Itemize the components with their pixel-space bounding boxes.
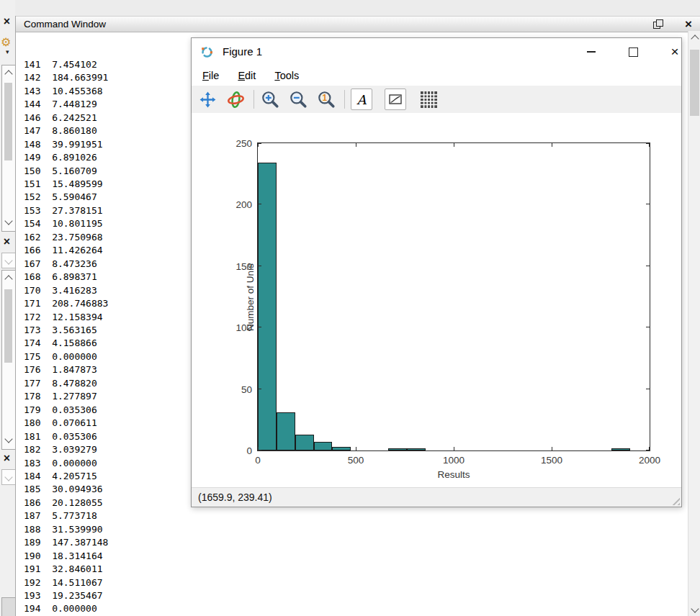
dock-scrollbar	[1, 65, 15, 232]
text-a-icon: A	[357, 92, 367, 107]
y-tick	[646, 327, 650, 327]
figure-statusbar: (1659.9, 239.41)	[192, 487, 681, 507]
figure-window: Figure 1 × FileEditTools	[191, 37, 682, 507]
histogram-bar	[388, 448, 407, 450]
chevron-down-icon	[4, 256, 12, 264]
scrollbar-thumb[interactable]	[4, 289, 12, 363]
command-window-titlebar[interactable]: Command Window ×	[16, 16, 700, 32]
caret-down-icon[interactable]: ▾	[6, 49, 9, 55]
histogram-bar	[314, 442, 333, 450]
dropdown-edge[interactable]	[1, 253, 15, 268]
histogram-bar	[258, 163, 277, 450]
scrollbar-thumb[interactable]	[690, 50, 699, 116]
gear-icon[interactable]: ⚙	[1, 36, 11, 49]
toolbar-separator	[344, 90, 345, 109]
x-tick-label: 500	[348, 455, 364, 466]
close-icon[interactable]: ×	[685, 18, 692, 31]
close-icon[interactable]: ×	[0, 234, 14, 250]
close-icon[interactable]: ×	[0, 450, 14, 466]
insert-text-button[interactable]: A	[351, 89, 372, 110]
toolbar-separator	[253, 90, 254, 109]
pan-tool-button[interactable]	[197, 89, 217, 109]
zoom-in-button[interactable]	[260, 89, 280, 109]
axes-icon	[389, 94, 402, 104]
scroll-up-icon[interactable]	[4, 275, 12, 283]
x-tick-label: 1500	[541, 455, 562, 466]
x-tick	[356, 447, 356, 450]
y-tick	[258, 143, 261, 144]
output-line: 189 147.387148	[24, 536, 688, 549]
y-tick	[258, 389, 261, 389]
y-tick	[258, 266, 261, 266]
axes[interactable]: Number of Unis Results 05001000150020000…	[257, 142, 650, 451]
menu-tools[interactable]: Tools	[268, 68, 305, 83]
grid-toggle-button[interactable]	[418, 89, 439, 109]
x-tick	[454, 447, 454, 450]
histogram-bar	[277, 412, 295, 450]
minimize-button[interactable]	[585, 38, 598, 65]
menu-file[interactable]: File	[196, 68, 225, 83]
y-tick-label: 150	[222, 261, 252, 271]
chevron-down-icon	[4, 473, 12, 481]
y-tick-label: 0	[222, 445, 252, 456]
close-button[interactable]: ×	[668, 38, 681, 65]
command-window-scrollbar[interactable]	[688, 31, 700, 616]
scroll-down-icon[interactable]	[691, 604, 699, 612]
zoom-original-button[interactable]: 1	[316, 89, 336, 109]
output-line: 194 0.000000	[24, 602, 688, 615]
x-tick-label: 2000	[639, 455, 660, 466]
pan-icon	[199, 91, 217, 109]
scroll-up-icon[interactable]	[691, 35, 699, 42]
x-tick	[552, 447, 552, 450]
undock-icon[interactable]	[653, 19, 663, 29]
histogram-bar	[611, 448, 630, 450]
menu-edit[interactable]: Edit	[231, 68, 262, 83]
scroll-down-icon[interactable]	[4, 435, 12, 443]
output-line: 192 14.511067	[24, 576, 688, 589]
maximize-button[interactable]	[627, 38, 640, 65]
x-tick-label: 1000	[443, 455, 465, 466]
dock-scroll-end	[1, 597, 15, 616]
plot-canvas[interactable]: Number of Unis Results 05001000150020000…	[192, 113, 681, 489]
grid-icon	[421, 91, 437, 108]
close-icon[interactable]: ×	[0, 14, 14, 30]
x-axis-label: Results	[437, 469, 470, 480]
resize-grip[interactable]	[672, 497, 680, 505]
x-tick-label: 0	[255, 455, 261, 466]
axes-button[interactable]	[385, 89, 406, 110]
zoom-in-icon	[261, 90, 279, 109]
rotate-tool-button[interactable]	[225, 89, 246, 109]
cursor-coordinates: (1659.9, 239.41)	[198, 492, 272, 503]
y-tick	[646, 389, 650, 389]
octave-main-window: × ⚙ ▾ × × Command Window ×	[0, 0, 700, 616]
y-tick-label: 50	[222, 384, 252, 394]
scroll-down-icon[interactable]	[4, 217, 12, 225]
x-tick	[454, 143, 454, 147]
y-tick	[646, 143, 650, 144]
output-line: 191 32.846011	[24, 563, 688, 576]
left-dock-edge: × ⚙ ▾ × ×	[0, 0, 15, 616]
x-tick	[552, 143, 552, 147]
zoom-out-icon	[289, 90, 308, 109]
y-tick-label: 100	[222, 322, 252, 333]
y-tick-label: 250	[222, 138, 252, 149]
x-tick	[356, 143, 356, 147]
zoom-original-icon: 1	[317, 90, 336, 109]
output-line: 190 18.314164	[24, 550, 688, 563]
output-line: 187 5.773718	[24, 509, 688, 522]
histogram-bar	[407, 448, 426, 450]
y-tick	[646, 204, 650, 204]
output-line: 193 19.235467	[24, 589, 688, 602]
scrollbar-thumb[interactable]	[4, 83, 12, 160]
dropdown-edge[interactable]	[1, 469, 15, 485]
y-tick	[646, 266, 650, 266]
command-window-title: Command Window	[24, 19, 106, 30]
scroll-up-icon[interactable]	[4, 70, 12, 78]
figure-titlebar[interactable]: Figure 1 ×	[192, 38, 681, 65]
octave-logo-icon	[201, 46, 213, 58]
y-tick	[258, 327, 261, 327]
y-tick-label: 200	[222, 199, 252, 210]
y-tick	[258, 450, 261, 450]
histogram-bar	[295, 435, 314, 450]
zoom-out-button[interactable]	[288, 89, 308, 109]
